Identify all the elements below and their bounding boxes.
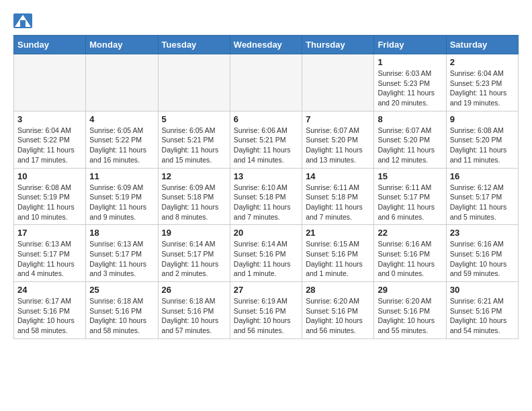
calendar-day-cell: 19Sunrise: 6:14 AM Sunset: 5:17 PM Dayli… — [158, 225, 230, 282]
calendar-day-cell: 17Sunrise: 6:13 AM Sunset: 5:17 PM Dayli… — [14, 225, 86, 282]
day-info: Sunrise: 6:11 AM Sunset: 5:17 PM Dayligh… — [378, 183, 442, 222]
calendar-day-cell — [14, 54, 86, 111]
day-number: 7 — [306, 114, 370, 124]
day-info: Sunrise: 6:20 AM Sunset: 5:16 PM Dayligh… — [378, 296, 442, 336]
calendar-day-cell: 25Sunrise: 6:18 AM Sunset: 5:16 PM Dayli… — [86, 282, 158, 339]
day-info: Sunrise: 6:03 AM Sunset: 5:23 PM Dayligh… — [378, 68, 442, 108]
day-number: 10 — [17, 171, 82, 181]
day-info: Sunrise: 6:20 AM Sunset: 5:16 PM Dayligh… — [306, 296, 370, 336]
calendar-day-cell: 18Sunrise: 6:13 AM Sunset: 5:17 PM Dayli… — [86, 225, 158, 282]
calendar-day-cell: 1Sunrise: 6:03 AM Sunset: 5:23 PM Daylig… — [374, 54, 446, 111]
day-info: Sunrise: 6:14 AM Sunset: 5:16 PM Dayligh… — [234, 239, 298, 279]
calendar-week-row: 10Sunrise: 6:08 AM Sunset: 5:19 PM Dayli… — [14, 168, 519, 225]
calendar-day-cell: 11Sunrise: 6:09 AM Sunset: 5:19 PM Dayli… — [86, 168, 158, 225]
day-info: Sunrise: 6:05 AM Sunset: 5:21 PM Dayligh… — [162, 126, 226, 165]
day-number: 16 — [450, 171, 515, 181]
calendar-header: SundayMondayTuesdayWednesdayThursdayFrid… — [14, 36, 519, 54]
day-number: 26 — [162, 285, 226, 295]
day-info: Sunrise: 6:07 AM Sunset: 5:20 PM Dayligh… — [306, 126, 370, 165]
day-number: 24 — [17, 285, 82, 295]
day-number: 4 — [89, 114, 154, 124]
day-number: 18 — [89, 228, 154, 238]
day-info: Sunrise: 6:08 AM Sunset: 5:19 PM Dayligh… — [17, 183, 82, 222]
calendar-day-cell: 4Sunrise: 6:05 AM Sunset: 5:22 PM Daylig… — [86, 111, 158, 168]
calendar-day-cell: 27Sunrise: 6:19 AM Sunset: 5:16 PM Dayli… — [230, 282, 302, 339]
day-number: 23 — [450, 228, 515, 238]
day-info: Sunrise: 6:10 AM Sunset: 5:18 PM Dayligh… — [234, 183, 298, 222]
day-info: Sunrise: 6:11 AM Sunset: 5:18 PM Dayligh… — [306, 183, 370, 222]
day-number: 8 — [378, 114, 442, 124]
day-number: 28 — [306, 285, 370, 295]
logo — [13, 13, 35, 28]
calendar-day-cell: 14Sunrise: 6:11 AM Sunset: 5:18 PM Dayli… — [302, 168, 374, 225]
svg-rect-2 — [20, 20, 26, 27]
day-number: 6 — [234, 114, 298, 124]
day-info: Sunrise: 6:13 AM Sunset: 5:17 PM Dayligh… — [89, 239, 154, 279]
day-info: Sunrise: 6:05 AM Sunset: 5:22 PM Dayligh… — [89, 126, 154, 165]
calendar-day-cell: 7Sunrise: 6:07 AM Sunset: 5:20 PM Daylig… — [302, 111, 374, 168]
day-number: 14 — [306, 171, 370, 181]
day-number: 3 — [17, 114, 82, 124]
calendar-week-row: 17Sunrise: 6:13 AM Sunset: 5:17 PM Dayli… — [14, 225, 519, 282]
calendar-day-cell: 29Sunrise: 6:20 AM Sunset: 5:16 PM Dayli… — [374, 282, 446, 339]
day-info: Sunrise: 6:04 AM Sunset: 5:23 PM Dayligh… — [450, 68, 515, 108]
calendar-day-cell: 13Sunrise: 6:10 AM Sunset: 5:18 PM Dayli… — [230, 168, 302, 225]
day-info: Sunrise: 6:12 AM Sunset: 5:17 PM Dayligh… — [450, 183, 515, 222]
day-number: 21 — [306, 228, 370, 238]
day-number: 1 — [378, 57, 442, 67]
calendar-day-cell: 24Sunrise: 6:17 AM Sunset: 5:16 PM Dayli… — [14, 282, 86, 339]
calendar-day-cell — [230, 54, 302, 111]
calendar-table: SundayMondayTuesdayWednesdayThursdayFrid… — [13, 35, 519, 339]
day-number: 22 — [378, 228, 442, 238]
day-number: 25 — [89, 285, 154, 295]
weekday-header-sunday: Sunday — [14, 36, 86, 54]
weekday-header-thursday: Thursday — [302, 36, 374, 54]
day-number: 17 — [17, 228, 82, 238]
page-header — [13, 13, 519, 28]
day-info: Sunrise: 6:19 AM Sunset: 5:16 PM Dayligh… — [234, 296, 298, 336]
day-info: Sunrise: 6:13 AM Sunset: 5:17 PM Dayligh… — [17, 239, 82, 279]
day-number: 11 — [89, 171, 154, 181]
calendar-day-cell: 21Sunrise: 6:15 AM Sunset: 5:16 PM Dayli… — [302, 225, 374, 282]
calendar-day-cell: 26Sunrise: 6:18 AM Sunset: 5:16 PM Dayli… — [158, 282, 230, 339]
weekday-header-friday: Friday — [374, 36, 446, 54]
day-info: Sunrise: 6:07 AM Sunset: 5:20 PM Dayligh… — [378, 126, 442, 165]
day-info: Sunrise: 6:18 AM Sunset: 5:16 PM Dayligh… — [162, 296, 226, 336]
calendar-day-cell — [86, 54, 158, 111]
day-info: Sunrise: 6:16 AM Sunset: 5:16 PM Dayligh… — [378, 239, 442, 279]
calendar-day-cell: 16Sunrise: 6:12 AM Sunset: 5:17 PM Dayli… — [446, 168, 518, 225]
day-info: Sunrise: 6:16 AM Sunset: 5:16 PM Dayligh… — [450, 239, 515, 279]
calendar-week-row: 1Sunrise: 6:03 AM Sunset: 5:23 PM Daylig… — [14, 54, 519, 111]
calendar-day-cell: 8Sunrise: 6:07 AM Sunset: 5:20 PM Daylig… — [374, 111, 446, 168]
day-number: 20 — [234, 228, 298, 238]
weekday-header-wednesday: Wednesday — [230, 36, 302, 54]
day-number: 29 — [378, 285, 442, 295]
calendar-day-cell: 23Sunrise: 6:16 AM Sunset: 5:16 PM Dayli… — [446, 225, 518, 282]
day-number: 9 — [450, 114, 515, 124]
day-info: Sunrise: 6:18 AM Sunset: 5:16 PM Dayligh… — [89, 296, 154, 336]
weekday-header-monday: Monday — [86, 36, 158, 54]
calendar-day-cell: 20Sunrise: 6:14 AM Sunset: 5:16 PM Dayli… — [230, 225, 302, 282]
day-info: Sunrise: 6:15 AM Sunset: 5:16 PM Dayligh… — [306, 239, 370, 279]
day-number: 19 — [162, 228, 226, 238]
weekday-header-saturday: Saturday — [446, 36, 518, 54]
weekday-header-row: SundayMondayTuesdayWednesdayThursdayFrid… — [14, 36, 519, 54]
day-info: Sunrise: 6:09 AM Sunset: 5:19 PM Dayligh… — [89, 183, 154, 222]
calendar-body: 1Sunrise: 6:03 AM Sunset: 5:23 PM Daylig… — [14, 54, 519, 339]
day-number: 27 — [234, 285, 298, 295]
day-number: 30 — [450, 285, 515, 295]
day-number: 15 — [378, 171, 442, 181]
calendar-week-row: 24Sunrise: 6:17 AM Sunset: 5:16 PM Dayli… — [14, 282, 519, 339]
calendar-day-cell: 12Sunrise: 6:09 AM Sunset: 5:18 PM Dayli… — [158, 168, 230, 225]
day-info: Sunrise: 6:04 AM Sunset: 5:22 PM Dayligh… — [17, 126, 82, 165]
day-number: 2 — [450, 57, 515, 67]
day-info: Sunrise: 6:14 AM Sunset: 5:17 PM Dayligh… — [162, 239, 226, 279]
calendar-day-cell: 28Sunrise: 6:20 AM Sunset: 5:16 PM Dayli… — [302, 282, 374, 339]
day-info: Sunrise: 6:17 AM Sunset: 5:16 PM Dayligh… — [17, 296, 82, 336]
calendar-day-cell: 9Sunrise: 6:08 AM Sunset: 5:20 PM Daylig… — [446, 111, 518, 168]
calendar-day-cell — [302, 54, 374, 111]
logo-icon — [13, 13, 32, 28]
day-number: 12 — [162, 171, 226, 181]
day-number: 5 — [162, 114, 226, 124]
day-info: Sunrise: 6:08 AM Sunset: 5:20 PM Dayligh… — [450, 126, 515, 165]
